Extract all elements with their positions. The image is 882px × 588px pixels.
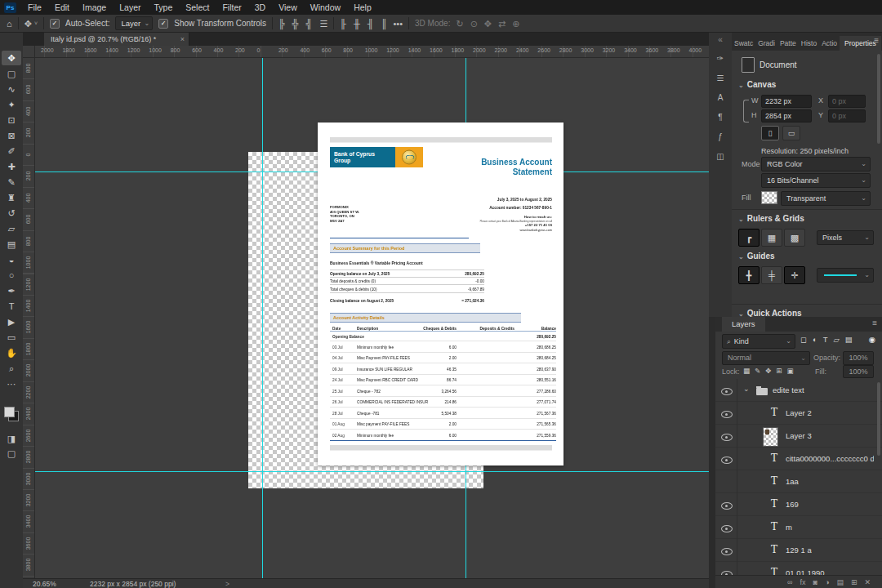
layer-row[interactable]: T1aa (715, 470, 882, 493)
edit-toolbar-icon[interactable]: ⋯ (2, 376, 21, 391)
visibility-eye-icon[interactable] (721, 388, 733, 395)
layer-effects-icon[interactable]: fx (800, 578, 806, 586)
visibility-eye-icon[interactable] (721, 525, 733, 532)
distribute-right-edges-icon[interactable]: ╢ (368, 15, 374, 33)
grid-toggle-icon[interactable]: ▦ (761, 229, 782, 247)
properties-scrollbar[interactable] (877, 54, 880, 144)
gradient-tool[interactable]: ▤ (2, 237, 21, 252)
landscape-orientation-icon[interactable]: ▭ (782, 126, 800, 140)
panel-menu-icon[interactable]: ≡ (872, 318, 877, 327)
rulers-toggle-icon[interactable]: ┏ (738, 229, 760, 247)
panel-tab-swatc[interactable]: Swatc (732, 36, 755, 51)
visibility-eye-icon[interactable] (721, 411, 733, 418)
units-dropdown[interactable]: Pixels⌄ (817, 230, 874, 245)
guides-toggle-icon[interactable]: ╋ (738, 266, 760, 284)
height-field[interactable]: 2854 px (761, 109, 812, 122)
filter-toggle-icon[interactable]: ◉ (869, 335, 875, 344)
vertical-ruler[interactable]: 8006004002000200400600800100012001400160… (23, 57, 35, 578)
document-tab[interactable]: Italy id.psd @ 20.7% (RGB/16) * × (44, 33, 189, 46)
menu-select[interactable]: Select (179, 0, 216, 15)
layer-row[interactable]: TLayer 2 (715, 402, 882, 425)
visibility-eye-icon[interactable] (721, 457, 733, 464)
type-tool[interactable]: T (2, 299, 21, 314)
filter-shape-layers-icon[interactable]: ▱ (833, 335, 839, 344)
adjustment-layer-icon[interactable]: ◑ (825, 578, 829, 586)
lasso-tool[interactable]: ∿ (2, 82, 21, 96)
distribute-vertical-centers-icon[interactable]: ║ (381, 15, 388, 33)
panel-tab-histo[interactable]: Histo (799, 36, 819, 51)
layer-filter-dropdown[interactable]: ⌕Kind ⌄ (722, 334, 795, 349)
lock-image-icon[interactable]: ✎ (755, 367, 760, 375)
tab-layers[interactable]: Layers (722, 317, 765, 332)
libraries-panel-icon[interactable]: ◫ (709, 152, 732, 161)
width-field[interactable]: 2232 px (761, 95, 812, 108)
menu-help[interactable]: Help (347, 0, 378, 15)
layer-thumbnail[interactable] (763, 427, 778, 447)
panel-tab-actio[interactable]: Actio (819, 36, 840, 51)
fill-transparency-swatch[interactable] (761, 191, 777, 204)
lock-artboard-icon[interactable]: ⊞ (776, 367, 782, 375)
color-mode-dropdown[interactable]: RGB Color⌄ (761, 157, 871, 172)
rulers-grids-section-header[interactable]: ⌄Rulers & Grids (738, 214, 804, 223)
delete-layer-icon[interactable]: ✕ (864, 578, 871, 586)
close-icon[interactable]: × (180, 33, 185, 46)
eraser-tool[interactable]: ▱ (2, 221, 21, 236)
menu-layer[interactable]: Layer (113, 0, 147, 15)
layer-row[interactable]: T169 (715, 493, 882, 516)
clear-guides-icon[interactable]: ✛ (784, 266, 805, 284)
home-icon[interactable]: ⌂ (7, 15, 12, 33)
pixel-grid-toggle-icon[interactable]: ▩ (784, 229, 805, 247)
quick-selection-tool[interactable]: ✦ (2, 97, 21, 112)
auto-select-target-dropdown[interactable]: Layer ⌄ (115, 16, 153, 30)
hand-tool[interactable]: ✋ (2, 345, 21, 360)
menu-view[interactable]: View (272, 0, 304, 15)
screen-mode-icon[interactable]: ▢ (2, 446, 21, 461)
menu-type[interactable]: Type (147, 0, 179, 15)
lock-all-icon[interactable]: ▣ (786, 367, 793, 375)
layer-mask-icon[interactable]: ◙ (813, 578, 817, 586)
move-tool[interactable]: ✥ (2, 51, 21, 65)
lock-transparency-icon[interactable]: ▦ (743, 367, 750, 375)
paragraph-panel-icon[interactable]: ¶ (709, 113, 732, 122)
crop-tool[interactable]: ⊡ (2, 113, 21, 127)
layer-row[interactable]: Tm (715, 516, 882, 539)
layer-row[interactable]: T129 1 a (715, 539, 882, 562)
horizontal-ruler[interactable]: 2000180016001400120010008006004002000200… (23, 46, 709, 58)
distribute-horizontal-centers-icon[interactable]: ╫ (354, 15, 360, 33)
dodge-tool[interactable]: ○ (2, 268, 21, 283)
menu-file[interactable]: File (21, 0, 48, 15)
canvas[interactable]: Bank of Cyprus Group Business Account St… (34, 57, 709, 578)
link-dimensions-icon[interactable] (743, 100, 749, 122)
align-horizontal-centers-icon[interactable]: ╬ (292, 15, 299, 33)
filter-pixel-layers-icon[interactable]: ◻ (800, 335, 807, 344)
status-chevron-icon[interactable]: > (225, 580, 229, 588)
new-layer-icon[interactable]: ⊞ (851, 578, 858, 586)
healing-brush-tool[interactable]: ✚ (2, 159, 21, 174)
portrait-orientation-icon[interactable]: ▯ (761, 126, 779, 140)
clone-stamp-tool[interactable]: ♜ (2, 190, 21, 205)
menu-window[interactable]: Window (304, 0, 347, 15)
zoom-level[interactable]: 20.65% (33, 580, 56, 588)
blur-tool[interactable]: ◒ (2, 252, 21, 267)
glyphs-panel-icon[interactable]: ƒ (709, 132, 732, 141)
menu-edit[interactable]: Edit (48, 0, 76, 15)
foreground-color-swatch[interactable] (4, 407, 15, 417)
brush-settings-panel-icon[interactable]: ✑ (709, 54, 732, 63)
filter-adjustment-layers-icon[interactable]: ◐ (813, 335, 817, 344)
canvas-section-header[interactable]: ⌄Canvas (738, 80, 776, 89)
shape-tool[interactable]: ▭ (2, 330, 21, 345)
menu-image[interactable]: Image (76, 0, 113, 15)
panel-menu-icon[interactable]: ≡ (874, 36, 879, 45)
filter-type-layers-icon[interactable]: T (823, 335, 828, 344)
move-tool-icon[interactable]: ✥ (24, 15, 32, 33)
menu-3d[interactable]: 3D (248, 0, 272, 15)
lock-position-icon[interactable]: ✥ (765, 367, 771, 375)
visibility-eye-icon[interactable] (721, 502, 733, 510)
fill-dropdown[interactable]: Transparent⌄ (781, 191, 871, 206)
distribute-left-edges-icon[interactable]: ╟ (340, 15, 346, 33)
align-right-edges-icon[interactable]: ╣ (306, 15, 313, 33)
bit-depth-dropdown[interactable]: 16 Bits/Channel⌄ (761, 173, 871, 188)
adjustments-panel-icon[interactable]: ☰ (709, 74, 732, 82)
visibility-eye-icon[interactable] (721, 548, 733, 555)
frame-tool[interactable]: ⊠ (2, 128, 21, 143)
